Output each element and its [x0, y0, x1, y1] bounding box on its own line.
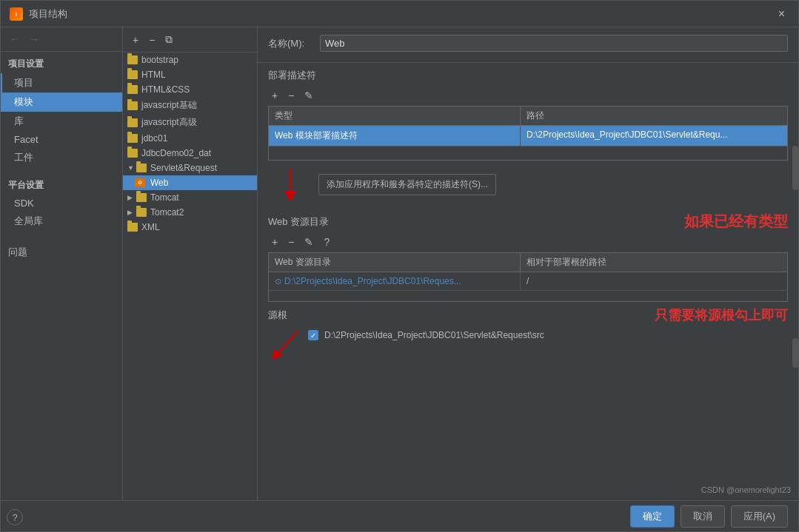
deployment-table-row[interactable]: Web 模块部署描述符 D:\2Projects\Idea_Project\JD… [269, 126, 787, 147]
folder-icon [127, 149, 138, 158]
sidebar-item-issues[interactable]: 问题 [1, 243, 122, 262]
web-res-dir-value: D:\2Projects\Idea_Project\JDBC01\Reques.… [284, 276, 461, 286]
tree-items: bootstrap HTML HTML&CSS javascript基础 jav… [123, 53, 257, 500]
sidebar-item-artifact[interactable]: 工件 [1, 148, 122, 167]
sidebar-item-project[interactable]: 项目 [1, 73, 122, 92]
deploy-add-button[interactable]: + [268, 88, 281, 103]
web-res-edit-button[interactable]: ✎ [301, 235, 317, 249]
folder-icon [127, 70, 138, 79]
col-type-header: 类型 [269, 107, 521, 125]
deployment-toolbar: + − ✎ [258, 85, 798, 106]
sidebar-item-facet[interactable]: Facet [1, 131, 122, 148]
tree-item-js-advanced[interactable]: javascript高级 [123, 114, 257, 131]
source-row: D:\2Projects\Idea_Project\JDBC01\Servlet… [308, 327, 788, 343]
web-resources-section: Web 资源目录 如果已经有类型 + − ✎ ? Web 资源目录 相对于部署根… [258, 209, 798, 302]
tree-item-web[interactable]: ⊙ Web [123, 175, 257, 190]
sidebar-nav: ← → [1, 27, 122, 52]
web-res-remove-button[interactable]: − [284, 235, 298, 249]
name-label: 名称(M): [268, 37, 320, 50]
tree-item-xml[interactable]: XML [123, 220, 257, 235]
web-res-help-button[interactable]: ? [320, 235, 333, 249]
folder-icon [127, 118, 138, 127]
forward-button[interactable]: → [26, 32, 42, 47]
folder-icon [127, 223, 138, 232]
tree-item-htmlcss[interactable]: HTML&CSS [123, 82, 257, 97]
deployment-empty-row [269, 147, 787, 160]
tree-item-label: javascript高级 [141, 116, 197, 129]
deployment-title: 部署描述符 [258, 63, 798, 85]
watermark: CSDN @onemorelight23 [701, 485, 791, 494]
tree-item-label: Web [150, 178, 168, 188]
col-path-header: 路径 [521, 107, 787, 125]
tree-item-jdbcdemo[interactable]: JdbcDemo02_dat [123, 146, 257, 161]
close-button[interactable]: × [774, 6, 789, 22]
source-section: 源根 只需要将源根勾上即可 D:\2Projects\Idea_Project\… [258, 302, 798, 368]
tree-item-label: Servlet&Request [150, 163, 217, 173]
sidebar-item-sdk[interactable]: SDK [1, 195, 122, 212]
deployment-table: 类型 路径 Web 模块部署描述符 D:\2Projects\Idea_Proj… [268, 106, 788, 161]
folder-icon [127, 55, 138, 64]
folder-icon [127, 134, 138, 143]
tree-item-label: JdbcDemo02_dat [141, 148, 211, 158]
source-title: 源根 [268, 309, 287, 322]
ok-button[interactable]: 确定 [630, 505, 675, 528]
name-section: 名称(M): [258, 27, 798, 63]
folder-icon [136, 208, 147, 217]
tree-item-label: XML [141, 222, 160, 232]
web-res-empty-row [269, 291, 787, 301]
window-title: 项目结构 [29, 7, 67, 21]
back-button[interactable]: ← [7, 32, 23, 47]
tree-item-label: HTML&CSS [141, 84, 190, 95]
web-res-add-button[interactable]: + [268, 235, 281, 249]
apply-button[interactable]: 应用(A) [731, 505, 788, 528]
folder-icon [136, 193, 147, 202]
tree-add-button[interactable]: + [129, 33, 142, 47]
tree-remove-button[interactable]: − [145, 33, 158, 47]
sidebar-item-global-lib[interactable]: 全局库 [1, 212, 122, 231]
sidebar-item-library[interactable]: 库 [1, 112, 122, 131]
tree-item-html[interactable]: HTML [123, 67, 257, 82]
tree-item-label: HTML [141, 70, 166, 80]
help-button[interactable]: ? [7, 509, 23, 525]
tree-item-label: jdbc01 [141, 133, 167, 144]
source-checkbox[interactable] [308, 330, 318, 340]
tree-item-servlet[interactable]: ▼ Servlet&Request [123, 161, 257, 175]
deployment-type-cell: Web 模块部署描述符 [269, 126, 521, 146]
tree-toolbar: + − ⧉ [123, 27, 257, 53]
deployment-path-cell: D:\2Projects\Idea_Project\JDBC01\Servlet… [521, 126, 787, 146]
web-res-table-row[interactable]: ⊙ D:\2Projects\Idea_Project\JDBC01\Reque… [269, 272, 787, 291]
add-descriptor-button[interactable]: 添加应用程序和服务器特定的描述符(S)... [318, 174, 496, 195]
annotation-arrow-1 [268, 165, 312, 202]
folder-icon [127, 101, 138, 110]
svg-text:I: I [16, 12, 17, 17]
tree-item-label: bootstrap [141, 55, 178, 65]
tree-copy-button[interactable]: ⧉ [161, 32, 176, 47]
right-scrollbar-2[interactable] [792, 338, 798, 368]
name-input[interactable] [320, 35, 788, 52]
tree-item-tomcat[interactable]: ▶ Tomcat [123, 190, 257, 205]
tree-item-js-basics[interactable]: javascript基础 [123, 97, 257, 114]
right-scrollbar[interactable] [792, 146, 798, 190]
tree-item-label: Tomcat2 [150, 207, 184, 218]
web-res-toolbar: + − ✎ ? [258, 232, 798, 252]
deploy-edit-button[interactable]: ✎ [301, 88, 317, 103]
annotation-arrow-2 [268, 327, 305, 364]
deploy-remove-button[interactable]: − [284, 88, 298, 103]
tree-item-bootstrap[interactable]: bootstrap [123, 53, 257, 67]
tree-item-jdbc01[interactable]: jdbc01 [123, 131, 257, 146]
sidebar-item-module[interactable]: 模块 [1, 92, 122, 112]
chevron-right-icon: ▶ [127, 194, 135, 201]
chevron-down-icon: ▼ [127, 164, 135, 172]
web-res-col-relative-header: 相对于部署根的路径 [521, 253, 787, 272]
cancel-button[interactable]: 取消 [681, 505, 725, 528]
web-resources-title: Web 资源目录 [268, 215, 329, 229]
deployment-section: 部署描述符 + − ✎ 类型 路径 Web 模块部署描述符 D:\2Projec… [258, 63, 798, 209]
section-project-settings: 项目设置 [1, 52, 122, 73]
tree-item-label: Tomcat [150, 192, 179, 203]
tree-item-tomcat2[interactable]: ▶ Tomcat2 [123, 205, 257, 220]
web-res-relative-cell: / [521, 272, 787, 290]
bottom-bar: 确定 取消 应用(A) [1, 500, 798, 531]
tree-item-label: javascript基础 [141, 99, 197, 112]
section-platform-settings: 平台设置 [1, 173, 122, 195]
web-icon: ⊙ [135, 178, 145, 187]
